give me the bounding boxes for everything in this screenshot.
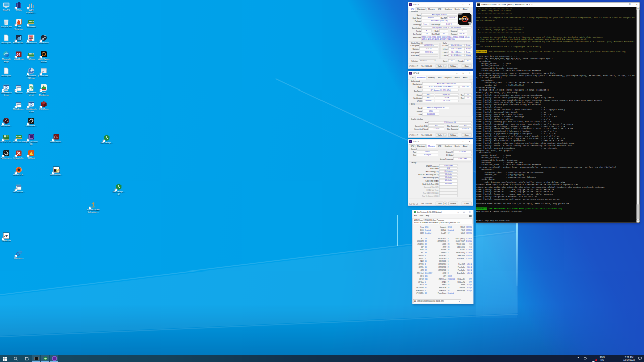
svg-text:AMD: AMD <box>42 52 45 53</box>
svg-text:M: M <box>56 168 60 173</box>
svg-text:7z: 7z <box>4 234 8 238</box>
svg-text:RYZEN: RYZEN <box>459 18 469 21</box>
svg-text:101: 101 <box>29 39 33 41</box>
svg-text:AMD□: AMD□ <box>459 13 462 14</box>
svg-text:64: 64 <box>16 53 20 56</box>
